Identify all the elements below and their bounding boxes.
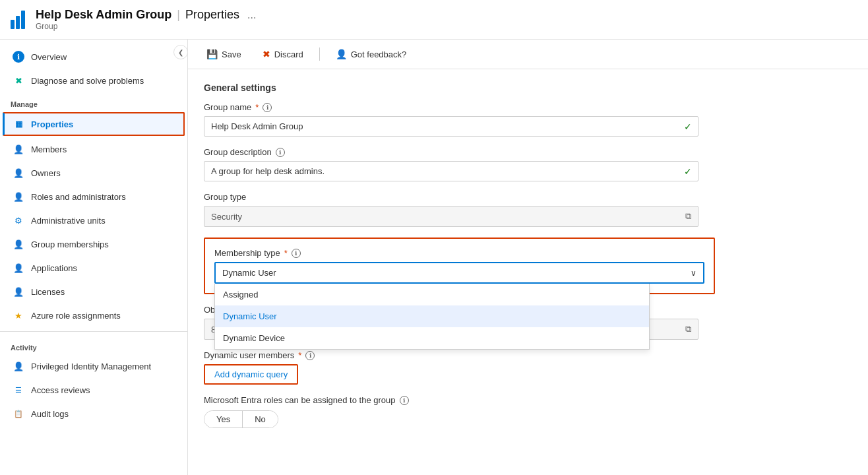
sidebar-label-licenses: Licenses [31,287,65,297]
sidebar-label-admin-units: Administrative units [31,216,106,226]
membership-type-label: Membership type * ℹ [214,248,704,258]
membership-type-dropdown[interactable]: Dynamic User ∨ [214,262,704,284]
feedback-button[interactable]: 👤 Got feedback? [330,46,412,62]
audit-logs-icon: 📋 [13,408,24,420]
add-dynamic-query-button[interactable]: Add dynamic query [204,364,298,385]
manage-section-label: Manage [0,92,187,111]
discard-icon: ✖ [263,49,270,59]
group-name-input-wrapper: ✓ [204,116,698,137]
sidebar-item-properties[interactable]: ▦ Properties [3,112,185,136]
group-description-label: Group description ℹ [204,147,852,157]
group-name-input[interactable] [204,116,698,137]
app-name: Help Desk Admin Group [36,8,171,22]
sidebar-item-applications[interactable]: 👤 Applications [0,256,187,280]
group-type-wrapper: Security ⧉ [204,206,698,227]
sidebar-label-azure-role: Azure role assignments [31,311,121,321]
sidebar-item-access-reviews[interactable]: ☰ Access reviews [0,378,187,402]
group-type-field: Group type Security ⧉ [204,192,852,227]
option-dynamic-user[interactable]: Dynamic User [215,305,649,327]
group-description-check-icon: ✓ [684,166,692,177]
group-description-input-wrapper: ✓ [204,161,698,181]
sidebar-label-members: Members [31,144,67,154]
sidebar-item-azure-role[interactable]: ★ Azure role assignments [0,303,187,327]
diagnose-icon: ✖ [13,75,24,86]
logo [11,11,25,29]
membership-type-dropdown-wrapper: Dynamic User ∨ Assigned Dynamic User Dyn… [214,262,704,284]
group-type-copy-icon[interactable]: ⧉ [685,211,691,222]
logo-bar-3 [21,11,25,29]
group-name-label: Group name * ℹ [204,102,852,112]
membership-type-field: Membership type * ℹ Dynamic User ∨ Assig… [214,248,704,284]
group-name-check-icon: ✓ [684,121,692,132]
info-icon: ℹ [13,51,24,63]
dynamic-members-section: Dynamic user members * ℹ Add dynamic que… [204,350,852,385]
logo-bar-1 [11,20,15,29]
group-type-label: Group type [204,192,852,202]
roles-icon: 👤 [13,191,24,203]
sidebar-item-roles[interactable]: 👤 Roles and administrators [0,185,187,208]
logo-bar-2 [16,16,20,29]
sidebar-label-owners: Owners [31,168,61,178]
general-settings-title: General settings [204,82,852,93]
sidebar-label-privileged: Privileged Identity Management [31,362,151,371]
sidebar-divider [0,331,187,332]
group-name-field: Group name * ℹ ✓ [204,102,852,137]
page-title: Properties [185,8,239,22]
properties-icon: ▦ [13,118,24,130]
membership-type-info-icon[interactable]: ℹ [292,249,301,258]
sidebar-label-applications: Applications [31,263,77,273]
group-description-field: Group description ℹ ✓ [204,147,852,181]
group-name-info-icon[interactable]: ℹ [263,103,272,112]
sidebar-label-overview: Overview [31,52,67,62]
logo-icon [11,11,25,29]
dynamic-members-info-icon[interactable]: ℹ [305,351,315,360]
membership-type-selected: Dynamic User [222,268,276,278]
sidebar-item-group-memberships[interactable]: 👤 Group memberships [0,232,187,256]
discard-label: Discard [274,49,303,59]
sidebar-label-audit-logs: Audit logs [31,409,69,419]
admin-units-icon: ⚙ [13,214,24,226]
group-description-info-icon[interactable]: ℹ [276,148,285,157]
option-assigned[interactable]: Assigned [215,284,649,305]
membership-type-section: Membership type * ℹ Dynamic User ∨ Assig… [204,238,715,294]
sidebar-label-roles: Roles and administrators [31,192,126,202]
object-id-copy-icon[interactable]: ⧉ [685,324,691,334]
no-toggle-option[interactable]: No [243,411,278,428]
yes-no-toggle: Yes No [204,410,278,428]
save-icon: 💾 [206,49,218,59]
app-subtitle: Group [36,22,256,31]
yes-toggle-option[interactable]: Yes [204,411,243,428]
sidebar-item-admin-units[interactable]: ⚙ Administrative units [0,208,187,232]
save-button[interactable]: 💾 Save [201,46,247,62]
content-area: 💾 Save ✖ Discard 👤 Got feedback? General… [188,40,868,475]
sidebar-item-members[interactable]: 👤 Members [0,137,187,161]
app-title-group: Help Desk Admin Group | Properties ... G… [36,8,256,31]
feedback-icon: 👤 [336,49,347,59]
azure-role-icon: ★ [13,309,24,321]
group-description-input[interactable] [204,161,698,181]
sidebar-item-overview[interactable]: ℹ Overview [0,45,187,69]
privileged-icon: 👤 [13,360,24,372]
group-type-value: Security ⧉ [204,206,698,227]
applications-icon: 👤 [13,262,24,274]
activity-section-label: Activity [0,336,187,354]
sidebar: ❮ ℹ Overview ✖ Diagnose and solve proble… [0,40,188,475]
sidebar-item-licenses[interactable]: 👤 Licenses [0,280,187,303]
ellipsis-menu[interactable]: ... [247,9,256,21]
sidebar-item-audit-logs[interactable]: 📋 Audit logs [0,402,187,426]
sidebar-item-owners[interactable]: 👤 Owners [0,161,187,185]
sidebar-collapse-button[interactable]: ❮ [173,45,188,59]
title-separator: | [177,8,180,22]
sidebar-item-diagnose[interactable]: ✖ Diagnose and solve problems [0,69,187,92]
entra-roles-info-icon[interactable]: ℹ [400,396,409,405]
discard-button[interactable]: ✖ Discard [257,46,309,62]
sidebar-item-privileged[interactable]: 👤 Privileged Identity Management [0,354,187,378]
dynamic-members-label: Dynamic user members * ℹ [204,350,852,360]
sidebar-label-properties: Properties [31,119,73,129]
licenses-icon: 👤 [13,286,24,298]
save-label: Save [222,49,241,59]
top-bar: Help Desk Admin Group | Properties ... G… [0,0,868,40]
membership-type-menu: Assigned Dynamic User Dynamic Device [214,284,650,350]
option-dynamic-device[interactable]: Dynamic Device [215,327,649,349]
toolbar: 💾 Save ✖ Discard 👤 Got feedback? [188,40,868,69]
